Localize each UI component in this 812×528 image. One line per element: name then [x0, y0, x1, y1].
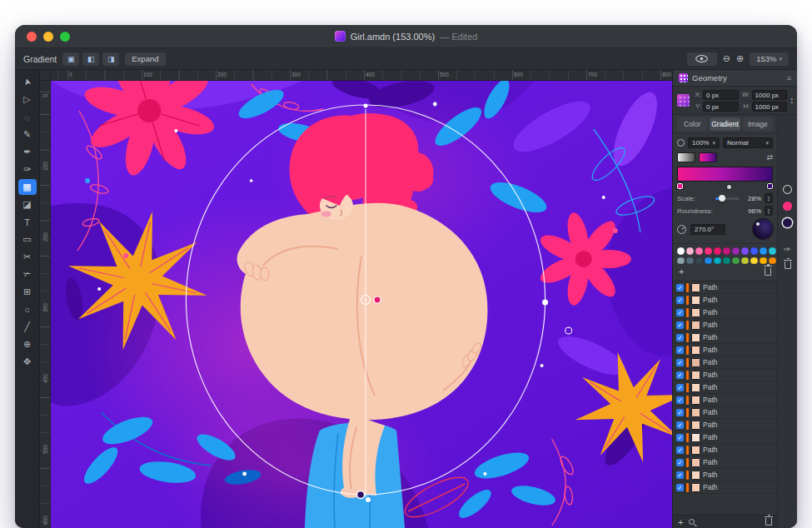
swatch-dot[interactable] [714, 257, 721, 265]
roundness-stepper[interactable]: ▴ ▾ [765, 206, 773, 216]
expand-button[interactable]: Expand [125, 52, 165, 66]
h-field-input[interactable]: 1000 px [752, 102, 788, 112]
pen-tool[interactable]: ✒ [18, 144, 37, 160]
horizontal-ruler[interactable]: 0100200300400500600700800 [51, 70, 672, 81]
y-field-input[interactable]: 0 px [703, 102, 739, 112]
tab-color[interactable]: Color [677, 117, 707, 131]
layer-visibility-checkbox[interactable]: ✓ [676, 371, 684, 379]
layer-visibility-checkbox[interactable]: ✓ [676, 346, 684, 354]
pencil-tool[interactable]: ✎ [18, 127, 37, 142]
preview-toggle-button[interactable] [687, 52, 717, 66]
node-tool[interactable]: ▷ [18, 92, 37, 107]
swatch-dot[interactable] [705, 247, 712, 255]
w-field-input[interactable]: 1000 px [752, 90, 788, 100]
x-field-input[interactable]: 0 px [703, 90, 739, 100]
swatch-dot[interactable] [760, 257, 767, 265]
scale-slider[interactable] [715, 197, 740, 200]
layer-row[interactable]: ✓Path [673, 344, 777, 356]
layer-row[interactable]: ✓Path [673, 419, 777, 431]
angle-dial-icon[interactable] [677, 225, 686, 234]
layer-visibility-checkbox[interactable]: ✓ [676, 359, 684, 366]
layer-row[interactable]: ✓Path [673, 306, 777, 319]
gradient-rotate-button[interactable]: ◨ [102, 52, 119, 66]
swatch-dot[interactable] [677, 247, 685, 255]
geometry-panel-header[interactable]: Geometry ≡ [673, 70, 797, 87]
hand-tool[interactable]: ✥ [18, 354, 37, 370]
add-layer-button[interactable]: + [678, 518, 683, 526]
zoom-out-button[interactable]: ⊖ [723, 53, 730, 64]
layer-visibility-checkbox[interactable]: ✓ [676, 446, 684, 454]
anchor-point-grid-icon[interactable] [677, 94, 690, 107]
knife-tool[interactable]: ✃ [18, 266, 37, 282]
layer-row[interactable]: ✓Path [673, 381, 777, 394]
layer-visibility-checkbox[interactable]: ✓ [676, 384, 684, 391]
layer-row[interactable]: ✓Path [673, 294, 777, 306]
fill-color-swatch[interactable] [783, 202, 792, 211]
search-layers-icon[interactable] [689, 519, 695, 525]
gradient-type-current-button[interactable] [699, 152, 717, 162]
transform-stepper[interactable]: ▴ ▾ [790, 97, 793, 105]
brush-icon[interactable]: ✑ [784, 245, 790, 254]
gradient-fill-button[interactable]: ▣ [62, 52, 79, 66]
swatch-dot[interactable] [760, 247, 767, 255]
swatch-dot[interactable] [750, 257, 758, 265]
delete-swatch-icon[interactable] [765, 268, 771, 276]
radial-gradient-preview[interactable] [753, 219, 773, 239]
layer-row[interactable]: ✓Path [673, 394, 777, 406]
swatch-dot[interactable] [732, 247, 740, 255]
layer-visibility-checkbox[interactable]: ✓ [676, 409, 684, 416]
swatch-dot[interactable] [695, 247, 703, 255]
grid-tool[interactable]: ⊞ [18, 284, 37, 300]
canvas[interactable] [51, 81, 672, 528]
zoom-in-button[interactable]: ⊕ [736, 53, 744, 64]
opacity-select[interactable]: 100% ▾ [688, 137, 720, 148]
swatch-dot[interactable] [723, 257, 730, 265]
stepper-down-icon[interactable]: ▾ [768, 211, 770, 215]
swatch-dot[interactable] [686, 247, 694, 255]
layer-row[interactable]: ✓Path [673, 356, 777, 369]
swatch-dot[interactable] [714, 247, 721, 255]
swatch-dot[interactable] [677, 257, 685, 265]
scale-slider-thumb[interactable] [719, 195, 725, 202]
swatch-dot[interactable] [769, 257, 776, 265]
swatch-dot[interactable] [750, 247, 758, 255]
layer-visibility-checkbox[interactable]: ✓ [676, 484, 684, 491]
angle-input[interactable]: 270.0° [690, 224, 725, 235]
fullscreen-window-button[interactable] [60, 32, 70, 42]
swatch-dot[interactable] [695, 257, 703, 265]
brush-tool[interactable]: ✑ [18, 162, 37, 177]
layer-row[interactable]: ✓Path [673, 319, 777, 331]
gradient-type-linear-button[interactable] [677, 152, 695, 162]
layer-row[interactable]: ✓Path [673, 281, 777, 294]
swatch-dot[interactable] [741, 247, 749, 255]
layer-row[interactable]: ✓Path [673, 331, 777, 344]
layer-row[interactable]: ✓Path [673, 369, 777, 381]
eraser-tool[interactable]: ◪ [18, 197, 37, 212]
reverse-gradient-icon[interactable]: ⇄ [766, 153, 773, 162]
zoom-level-select[interactable]: 153% ▾ [750, 52, 789, 66]
stepper-down-icon[interactable]: ▾ [790, 101, 793, 105]
layer-visibility-checkbox[interactable]: ✓ [676, 309, 684, 316]
zoom-tool[interactable]: ⊕ [18, 336, 37, 352]
gradient-preview-bar[interactable] [677, 167, 773, 182]
scissors-tool[interactable]: ✂ [18, 249, 37, 265]
close-window-button[interactable] [27, 32, 37, 42]
vertical-ruler[interactable]: 0100200300400500600 [40, 81, 51, 528]
tab-image[interactable]: Image [743, 117, 773, 131]
layer-visibility-checkbox[interactable]: ✓ [676, 434, 684, 441]
layer-row[interactable]: ✓Path [673, 444, 777, 456]
stroke-color-swatch[interactable] [783, 218, 792, 227]
titlebar[interactable]: Girl.amdn (153.00%) — Edited [15, 25, 797, 48]
layer-visibility-checkbox[interactable]: ✓ [676, 471, 684, 479]
ellipse-tool[interactable]: ○ [18, 301, 37, 317]
layer-visibility-checkbox[interactable]: ✓ [676, 459, 684, 466]
gradient-stop-end[interactable] [767, 183, 773, 189]
swatch-dot[interactable] [686, 257, 694, 265]
minimize-window-button[interactable] [43, 32, 53, 42]
swatch-dot[interactable] [769, 247, 776, 255]
layer-visibility-checkbox[interactable]: ✓ [676, 321, 684, 329]
fill-gradient-tool[interactable]: ▦ [18, 179, 37, 195]
layer-row[interactable]: ✓Path [673, 406, 777, 419]
line-tool[interactable]: ╱ [18, 319, 37, 335]
delete-layer-icon[interactable] [765, 518, 772, 526]
